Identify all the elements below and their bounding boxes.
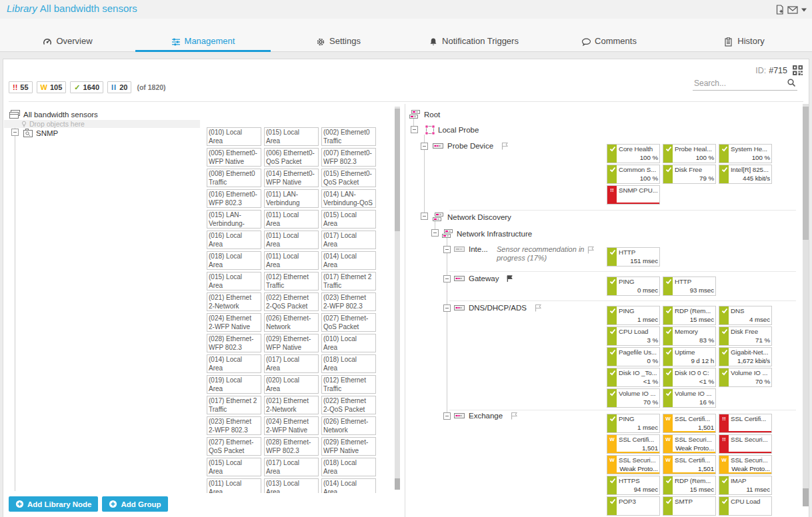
library-sensor-tile[interactable]: (011) Local Area [264,231,319,249]
sensor-tile[interactable]: HTTP151 msec [607,247,660,266]
library-sensor-tile[interactable]: (015) Local Area [207,458,261,476]
sensor-tile[interactable]: Disk Free71 % [719,326,772,346]
library-sensor-tile[interactable]: (014) LAN- Verbindung-QoS [321,189,376,208]
library-sensor-tile[interactable]: (002) Ethernet0 Traffic [321,127,376,146]
tab-notification-triggers[interactable]: Notification Triggers [406,19,541,52]
sensor-tile[interactable]: WSSL Securi...Weak Proto... [719,455,772,474]
search-icon[interactable] [787,78,796,87]
library-sensor-tile[interactable]: (015) Local Area [264,127,319,146]
tab-management[interactable]: Management [135,19,271,52]
library-sensor-tile[interactable]: (013) Local Area [264,478,319,493]
device-tree-node[interactable]: Probe Device [432,142,509,150]
library-sensor-tile[interactable]: (016) Ethernet0- WFP 802.3 [207,189,261,208]
left-scrollbar-thumb[interactable] [395,109,400,231]
qr-code-icon[interactable] [792,65,803,76]
library-sensor-tile[interactable]: (023) Ethernet 2-WFP 802.3 [207,416,261,435]
library-sensor-tile[interactable]: (006) Ethernet0- QoS Packet [264,148,319,167]
sensor-tile[interactable]: WSSL Securi...Weak Proto... [663,434,716,454]
expander-inte-[interactable] [443,246,451,253]
expander-local-probe[interactable] [411,126,418,133]
library-sensor-tile[interactable]: (018) Local Area [207,251,261,270]
flag-outline-icon[interactable] [534,304,543,312]
library-sensor-tile[interactable]: (011) Local Area [264,251,319,270]
sensor-tile[interactable]: Volume IO ...16 % [663,388,716,408]
expander-network-infrastructure[interactable] [431,229,439,237]
sensor-tile[interactable]: Disk IO _To...<1 % [607,368,660,387]
library-sensor-tile[interactable]: (010) Local Area [321,334,376,352]
sensor-tile[interactable]: Disk Free79 % [663,165,716,184]
library-sensor-tile[interactable]: (022) Ethernet 2-QoS Packet [321,396,376,414]
library-sensor-tile[interactable]: (017) Local Area [264,458,319,476]
library-sensor-tile[interactable]: (018) Local Area [321,458,376,476]
library-sensor-tile[interactable]: (014) Ethernet0- WFP Native [264,169,319,187]
library-sensor-tile[interactable]: (012) Ethernet Traffic [264,272,319,290]
sensor-tile[interactable]: RDP (Rem...15 msec [663,306,716,325]
library-sensor-tile[interactable]: (014) Local Area [321,478,376,493]
device-tree-node[interactable]: Network Infrastructure [441,229,532,239]
tab-settings[interactable]: Settings [271,19,406,52]
sensor-tile[interactable]: Memory83 % [663,326,716,346]
sensor-tile[interactable]: DNS4 msec [719,306,772,325]
sensor-tile[interactable]: PING1 msec [607,306,660,325]
device-tree-node[interactable]: Root [409,109,440,119]
tab-overview[interactable]: Overview [0,19,135,52]
sensor-tile[interactable]: Volume IO ...70 % [719,368,772,387]
sensor-tile[interactable]: WSSL Certifi...1,501 [663,455,716,474]
sensor-tile[interactable]: Core Health100 % [607,144,660,163]
library-sensor-tile[interactable]: (024) Ethernet 2-WFP Native [207,313,261,332]
library-sensor-tile[interactable]: (027) Ethernet- QoS Packet [321,313,376,332]
library-sensor-tile[interactable]: (012) Ethernet Traffic [321,375,376,394]
add-library-node-button[interactable]: Add Library Node [9,496,98,512]
library-sensor-tile[interactable]: (024) Ethernet 2-WFP Native [264,416,319,435]
tab-history[interactable]: History [677,19,812,52]
library-sensor-tile[interactable]: (021) Ethernet 2-Network [264,396,319,414]
library-sensor-tile[interactable]: (008) Ethernet0 Traffic [207,169,261,187]
library-sensor-tile[interactable]: (017) Ethernet 2 Traffic [207,396,261,414]
flag-outline-icon[interactable] [587,246,595,254]
count-badge-warning[interactable]: W105 [37,81,67,93]
library-sensor-tile[interactable]: (015) Local Area [321,210,376,229]
right-scrollbar-thumb[interactable] [803,107,809,240]
library-root-node[interactable]: All bandwidth sensors [9,109,98,119]
sensor-tile[interactable]: Disk IO 0 C:<1 % [663,368,716,387]
library-sensor-tile[interactable]: (016) Local Area [207,231,261,249]
library-sensor-tile[interactable]: (011) Local Area [264,210,319,229]
sensor-tile[interactable]: !!SNMP CPU... [607,185,660,205]
sensor-tile[interactable]: Uptime9 d 12 h [663,347,716,366]
library-sensor-tile[interactable]: (017) Local Area [264,354,319,373]
sensor-tile[interactable]: Volume IO ...70 % [607,388,660,408]
sensor-tile[interactable]: CPU Load3 % [607,326,660,346]
expander-gateway[interactable] [443,275,451,282]
sensor-tile[interactable]: WSSL Certifi...1,501 [663,414,716,433]
sensor-tile[interactable]: CPU Load [719,496,772,516]
library-sensor-tile[interactable]: (018) Local Area [321,354,376,373]
flag-outline-icon[interactable] [501,142,509,150]
library-node-snmp[interactable]: SNMP [23,128,58,138]
add-group-button[interactable]: Add Group [102,496,167,512]
count-badge-error[interactable]: !!55 [9,81,33,93]
library-sensor-tile[interactable]: (026) Ethernet- Network [321,416,376,435]
page-plus-icon[interactable] [775,5,784,15]
expander-snmp[interactable] [11,129,19,136]
left-scrollbar[interactable] [395,107,400,490]
sensor-tile[interactable]: PING0 msec [607,276,660,296]
library-sensor-tile[interactable]: (010) Local Area [207,127,261,146]
device-tree-node[interactable]: DNS/DHCP/ADS [453,304,543,312]
expander-exchange[interactable] [443,412,451,420]
flag-filled-icon[interactable] [506,274,515,282]
library-sensor-tile[interactable]: (023) Ethernet 2-WFP 802.3 [321,292,376,311]
library-sensor-tile[interactable]: (014) Local Area [207,354,261,373]
sensor-tile[interactable]: POP3 [607,496,660,516]
device-tree-node[interactable]: Gateway [453,274,515,282]
expander-network-discovery[interactable] [421,213,428,220]
count-badge-paused[interactable]: II20 [107,81,131,93]
sensor-tile[interactable]: HTTPS94 msec [607,476,660,495]
library-sensor-tile[interactable]: (017) Local Area [321,231,376,249]
sensor-tile[interactable]: Common S...100 % [607,165,660,184]
library-sensor-tile[interactable]: (022) Ethernet 2-QoS Packet [264,292,319,311]
device-tree-node[interactable]: Inte... [453,245,488,253]
library-sensor-tile[interactable]: (027) Ethernet- QoS Packet [207,437,261,456]
sensor-tile[interactable]: Intel[R] 825...445 kbit/s [719,165,772,184]
expander-probe-device[interactable] [421,143,428,150]
envelope-icon[interactable] [787,6,798,14]
